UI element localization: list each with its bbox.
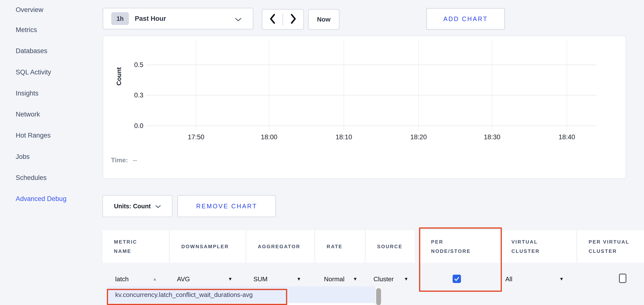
prev-interval-button[interactable] xyxy=(262,13,282,25)
time-value: -- xyxy=(133,156,137,164)
sidebar-item-insights[interactable]: Insights xyxy=(16,89,38,97)
units-dropdown[interactable]: Units: Count xyxy=(102,195,172,217)
column-header-per-virtual-cluster: PER VIRTUAL CLUSTER xyxy=(577,230,644,263)
gridline xyxy=(566,39,567,130)
column-header-per-node-store: PER NODE/STORE xyxy=(420,230,499,263)
gridline xyxy=(146,126,597,126)
gridline xyxy=(344,39,344,130)
x-tick-label: 17:50 xyxy=(179,133,213,141)
sidebar-item-network[interactable]: Network xyxy=(16,110,40,118)
hover-time-readout: Time:-- xyxy=(111,156,137,164)
gridline xyxy=(146,65,597,65)
y-tick-label: 0.3 xyxy=(118,91,143,100)
next-interval-button[interactable] xyxy=(282,13,304,25)
metric-suggestion-item[interactable]: kv.concurrency.latch_conflict_wait_durat… xyxy=(108,287,375,303)
sidebar-item-metrics[interactable]: Metrics xyxy=(16,26,37,34)
sidebar-item-advanced-debug[interactable]: Advanced Debug xyxy=(16,195,66,203)
time-step-buttons xyxy=(262,9,304,30)
time-range-label: Past Hour xyxy=(135,15,166,22)
sidebar-item-jobs[interactable]: Jobs xyxy=(16,152,30,161)
time-range-selector[interactable]: 1h Past Hour xyxy=(103,8,254,29)
caret-down-icon: ▼ xyxy=(559,272,564,286)
metric-suggestion-panel: kv.concurrency.latch_conflict_wait_durat… xyxy=(108,287,375,305)
add-chart-button[interactable]: ADD CHART xyxy=(426,8,505,30)
x-tick-label: 18:30 xyxy=(475,133,509,141)
sidebar-item-schedules[interactable]: Schedules xyxy=(16,174,46,182)
gridline xyxy=(196,39,196,130)
per-node-store-checkbox[interactable] xyxy=(452,275,461,283)
column-header-source: SOURCE xyxy=(366,230,415,263)
sidebar-item-sql-activity[interactable]: SQL Activity xyxy=(16,68,51,76)
sidebar-item-hot-ranges[interactable]: Hot Ranges xyxy=(16,131,51,140)
column-header-downsampler: DOWNSAMPLER xyxy=(170,230,245,263)
x-tick-label: 18:00 xyxy=(252,133,286,141)
column-header-virtual-cluster: VIRTUAL CLUSTER xyxy=(500,230,576,263)
gridline xyxy=(492,39,492,130)
chevron-down-icon xyxy=(235,18,242,22)
downsampler-dropdown[interactable]: AVG ▼ xyxy=(177,272,235,286)
aggregator-dropdown[interactable]: SUM ▼ xyxy=(254,272,304,286)
gridline xyxy=(146,95,597,95)
time-label: Time: xyxy=(111,156,128,164)
source-value: Cluster xyxy=(374,272,394,286)
column-header-metric-name: METRIC NAME xyxy=(103,230,169,263)
check-icon xyxy=(454,276,460,282)
chevron-right-icon xyxy=(290,13,296,25)
chevron-left-icon xyxy=(269,13,276,25)
metric-name-input[interactable]: latch ▲ xyxy=(115,272,159,286)
column-header-rate: RATE xyxy=(316,230,365,263)
now-button[interactable]: Now xyxy=(308,9,340,30)
scrollbar-thumb[interactable] xyxy=(376,288,381,305)
virtual-cluster-value: All xyxy=(505,272,512,286)
virtual-cluster-dropdown[interactable]: All ▼ xyxy=(505,272,566,286)
chevron-down-icon xyxy=(155,203,161,210)
units-dropdown-label: Units: Count xyxy=(114,203,151,210)
caret-down-icon: ▼ xyxy=(228,272,232,286)
x-tick-label: 18:40 xyxy=(550,133,584,141)
y-tick-label: 0.5 xyxy=(118,60,143,69)
remove-chart-button[interactable]: REMOVE CHART xyxy=(178,195,276,217)
gridline xyxy=(269,39,269,130)
rate-value: Normal xyxy=(324,272,344,286)
per-virtual-cluster-checkbox[interactable] xyxy=(619,274,626,283)
rate-dropdown[interactable]: Normal ▼ xyxy=(324,272,361,286)
column-header-aggregator: AGGREGATOR xyxy=(246,230,314,263)
aggregator-value: SUM xyxy=(254,272,268,286)
x-tick-label: 18:10 xyxy=(327,133,361,141)
sidebar-item-databases[interactable]: Databases xyxy=(16,47,47,55)
caret-down-icon: ▼ xyxy=(353,272,358,286)
y-tick-label: 0.0 xyxy=(118,121,143,130)
caret-down-icon: ▼ xyxy=(296,272,301,286)
gridline xyxy=(418,39,419,130)
x-tick-label: 18:20 xyxy=(402,133,436,141)
metric-suggestion-text: kv.concurrency.latch_conflict_wait_durat… xyxy=(115,287,253,303)
caret-up-icon: ▲ xyxy=(152,272,157,286)
downsampler-value: AVG xyxy=(177,272,190,286)
scrollbar[interactable] xyxy=(375,287,382,305)
caret-down-icon: ▼ xyxy=(404,272,408,286)
metric-name-value: latch xyxy=(115,272,129,286)
time-range-badge: 1h xyxy=(111,12,129,25)
chart-panel: Count 0.5 0.3 0.0 17:50 18:00 18:10 18:2… xyxy=(103,35,626,179)
sidebar-item-overview[interactable]: Overview xyxy=(16,6,43,14)
source-dropdown[interactable]: Cluster ▼ xyxy=(374,272,412,286)
